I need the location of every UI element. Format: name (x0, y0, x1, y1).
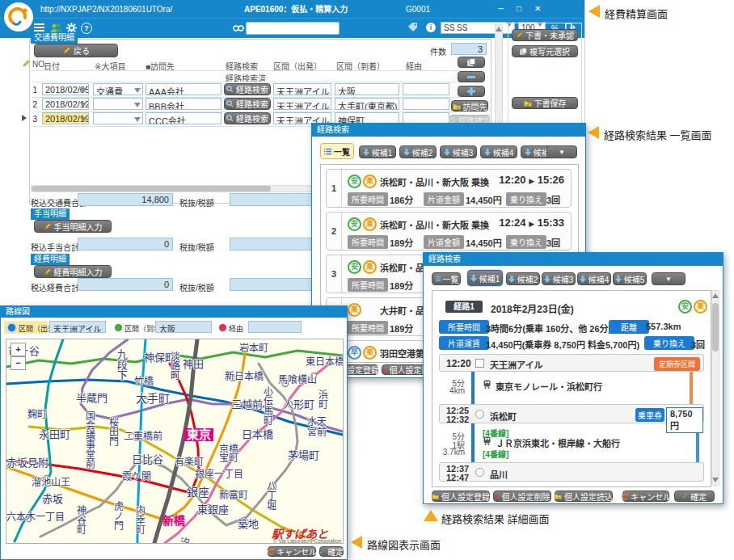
to-field[interactable]: 大手町(東京都) (335, 98, 399, 110)
date-field[interactable]: 2018/02/19 (42, 112, 89, 124)
to-value: 大手町(東京都) (338, 102, 397, 110)
delete-row-button[interactable] (458, 71, 485, 82)
to-value: 大阪 (338, 87, 356, 95)
more-tabs-button[interactable]: ▼ (546, 145, 577, 158)
quick-search-input[interactable] (246, 22, 340, 35)
search-user-icon[interactable] (233, 24, 244, 32)
visit-field[interactable]: CCC会社 (146, 112, 221, 124)
map-via-field[interactable] (248, 321, 302, 333)
detail-cancel-button[interactable]: キャンセル (622, 491, 669, 502)
to-dot-icon[interactable] (115, 324, 122, 331)
personal-save-button[interactable]: 個人設定登録 (432, 491, 490, 502)
route-search-button[interactable]: 経路検索 (224, 83, 271, 95)
map-station: 銀座一丁目 (195, 469, 243, 480)
route-search-button[interactable]: 経路検索 (224, 98, 271, 110)
more-tabs-button[interactable]: ▼ (652, 272, 685, 285)
via-dot-icon[interactable] (219, 324, 226, 331)
commuter-pass-button[interactable]: 定期券区間 (654, 357, 700, 371)
tab-candidate-2[interactable]: 候補2 (506, 272, 540, 285)
to-field[interactable]: 大阪 (335, 83, 399, 95)
tab-candidate-1[interactable]: 候補1 (467, 270, 503, 286)
station-row[interactable]: 12:37 12:47 品川 (439, 462, 704, 482)
map-station: 茅場町 (288, 450, 319, 461)
tab-candidate-1[interactable]: 候補1 (359, 145, 396, 158)
tab-candidate-2[interactable]: 候補2 (399, 145, 437, 158)
help-icon[interactable]: ? (81, 23, 92, 34)
fare-value: 14,450円 (466, 193, 502, 206)
draft-unapproved-button[interactable]: 下書・未承認 (512, 29, 578, 41)
tab-candidate-3[interactable]: 候補3 (542, 272, 576, 285)
transfer-label-badge: 乗り換え (644, 336, 694, 350)
date-field[interactable]: 2018/02/05 (42, 83, 89, 95)
copy-source-button[interactable]: 複写元選択 (512, 45, 578, 57)
map-canvas[interactable]: + − 駅すぱあと © Val Laboratory Corporation 市… (6, 339, 344, 544)
category-select[interactable]: 交通費 (93, 83, 143, 95)
add-row-button[interactable] (458, 86, 485, 97)
info-icon[interactable]: i (426, 23, 436, 32)
expense-input-button[interactable]: 経費明細入力 (34, 265, 112, 278)
arrive-time: 15:33 (538, 217, 564, 229)
annotation-arrow-left-icon (588, 126, 599, 139)
menu-icon[interactable] (34, 23, 44, 32)
scroll-down-icon[interactable] (712, 478, 719, 482)
route-search-button[interactable]: 経路検索 (224, 112, 271, 124)
from-field[interactable]: 天王洲アイル (273, 83, 331, 95)
from-radio-icon[interactable] (8, 324, 15, 331)
map-to-field[interactable]: 大阪 (155, 321, 212, 333)
date-field[interactable]: 2018/02/12 (42, 98, 89, 110)
category-select[interactable] (93, 112, 143, 124)
visit-list-button[interactable]: 訪問先 (451, 100, 488, 112)
personal-delete-button[interactable]: X個人設定削除 (493, 491, 551, 502)
copy-row-button[interactable] (458, 57, 485, 68)
transfer-badge: 乗り換え (506, 235, 546, 249)
minimize-button[interactable]: ─ (498, 3, 504, 15)
route-result-row[interactable]: 1 安 楽 浜松町・品川・新大阪 乗換 12:20 ▶ 15:26 所要時間 1… (326, 169, 572, 208)
personal-load-button[interactable]: 個人設定読込 (555, 491, 613, 502)
tag-icon[interactable] (407, 23, 418, 32)
map-zoom-in-button[interactable]: + (11, 343, 26, 356)
route-result-row[interactable]: 2 安 楽 浜松町・品川・新大阪 乗換 12:24 ▶ 15:33 所要時間 1… (326, 212, 572, 251)
table-hscroll-thumb[interactable] (32, 186, 271, 192)
tab-candidate-3[interactable]: 候補3 (440, 145, 477, 158)
map-station: 竹橋 (134, 377, 154, 387)
user-select[interactable]: SS SS (441, 22, 515, 34)
map-station: 赤坂見附 (6, 457, 49, 469)
tab-list[interactable]: 一覧 (432, 272, 461, 285)
tab-candidate-5[interactable]: 候補5 (613, 272, 647, 285)
allowance-input-button[interactable]: 手当明細入力 (34, 220, 112, 233)
allowance-total-value: 0 (78, 238, 173, 251)
station-row[interactable]: 12:20 天王洲アイル 定期券区間 (439, 354, 704, 372)
from-field[interactable]: 天王洲アイル (273, 98, 331, 110)
scroll-up-icon[interactable] (712, 293, 719, 298)
tab-candidate-4[interactable]: 候補4 (577, 272, 611, 285)
station-row[interactable]: 12:25 12:32 浜松町 乗車券 8,750円 (439, 404, 704, 423)
station-checkbox[interactable] (475, 359, 484, 368)
personal-save-label: 個人設定登録 (441, 491, 490, 503)
map-from-field[interactable]: 天王洲アイル (49, 321, 106, 333)
category-select[interactable] (93, 98, 143, 110)
transfer-badge: 乗り換え (506, 192, 546, 206)
map-confirm-button[interactable]: ✓確定 (319, 546, 344, 557)
visit-field[interactable]: BBB会社 (146, 98, 221, 110)
heart-icon[interactable]: ♥ (327, 2, 332, 12)
via-field[interactable] (403, 83, 449, 95)
scroll-up-icon[interactable] (496, 27, 502, 32)
map-station: 溜池山王 (32, 478, 70, 488)
back-button[interactable]: 戻る (34, 44, 118, 57)
map-station: 半蔵門 (76, 393, 108, 404)
close-button[interactable]: ✕ (534, 3, 541, 15)
result-number: 1 (327, 170, 342, 207)
detail-confirm-button[interactable]: ✓確定 (674, 491, 715, 502)
route-times: 12:24 ▶ 15:33 (499, 217, 564, 229)
visit-field[interactable]: AAA会社 (146, 83, 221, 95)
maximize-button[interactable]: □ (517, 3, 521, 15)
url-text: http://NXPJAP2/NX20180601UTOra/ (40, 4, 172, 15)
detail-scroll-thumb[interactable] (712, 303, 719, 352)
save-draft-button[interactable]: 下書保存 (512, 97, 578, 109)
map-cancel-button[interactable]: キャンセル (268, 546, 316, 557)
map-zoom-out-button[interactable]: − (11, 356, 26, 370)
via-field[interactable] (403, 98, 449, 110)
tab-candidate-4[interactable]: 候補4 (480, 145, 517, 158)
folder-check-icon (524, 99, 532, 107)
tab-list[interactable]: 一覧 (320, 143, 354, 159)
